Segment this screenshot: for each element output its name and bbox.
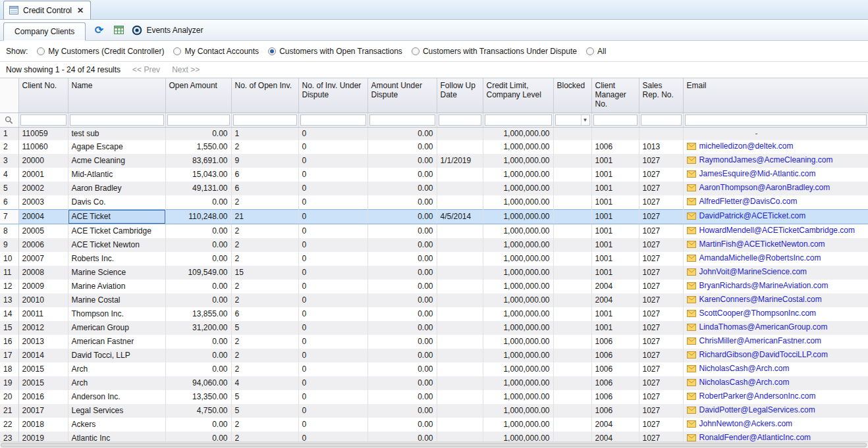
cell-blocked[interactable] [553,252,591,266]
row-number[interactable]: 12 [0,280,18,293]
cell-email[interactable]: JamesEsquire@Mid-Atlantic.com [683,168,868,182]
cell-credit_limit[interactable]: 1,000,000.00 [483,266,553,280]
events-analyzer-button[interactable]: Events Analyzer [132,25,203,36]
cell-sales_rep_no[interactable]: 1027 [639,362,683,376]
cell-follow_up_date[interactable] [437,349,483,362]
cell-client_no[interactable]: 110060 [18,140,68,154]
row-number[interactable]: 17 [0,349,18,362]
cell-client_no[interactable]: 20017 [18,404,68,418]
cell-credit_limit[interactable]: 1,000,000.00 [483,321,553,335]
cell-credit_limit[interactable]: 1,000,000.00 [483,238,553,252]
cell-name[interactable]: ACE Ticket Newton [68,238,165,252]
cell-amount_under_dispute[interactable]: 0.00 [367,280,437,293]
row-number[interactable]: 11 [0,266,18,280]
table-row[interactable]: 2220018Ackers0.00200.001,000,000.0020041… [0,418,868,432]
cell-email[interactable]: - [683,127,868,140]
table-row[interactable]: 520002Aaron Bradley49,131.00600.001,000,… [0,182,868,195]
table-row[interactable]: 1020007Roberts Inc.0.00200.001,000,000.0… [0,252,868,266]
cell-credit_limit[interactable]: 1,000,000.00 [483,127,553,140]
cell-inv_under_dispute[interactable]: 0 [298,390,367,404]
cell-credit_limit[interactable]: 1,000,000.00 [483,390,553,404]
filter-input-open_inv[interactable] [233,114,297,126]
cell-follow_up_date[interactable] [437,182,483,195]
cell-sales_rep_no[interactable]: 1027 [639,432,683,441]
cell-client_no[interactable]: 20011 [18,307,68,321]
table-row[interactable]: 1220009Marine Aviation0.00200.001,000,00… [0,280,868,293]
cell-sales_rep_no[interactable] [639,127,683,140]
radio-icon[interactable] [173,47,181,55]
cell-open_inv[interactable]: 1 [231,127,298,140]
cell-email[interactable]: HowardMendell@ACETicketCambridge.com [683,224,868,239]
horizontal-scrollbar[interactable] [0,441,868,448]
table-row[interactable]: 2110060Agape Escape1,550.00200.001,000,0… [0,140,868,154]
cell-inv_under_dispute[interactable]: 0 [298,238,367,252]
column-header-sales_rep_no[interactable]: Sales Rep. No. [639,78,683,112]
cell-follow_up_date[interactable] [437,168,483,182]
filter-input-amount_under_dispute[interactable] [369,114,435,126]
email-link[interactable]: NicholasCash@Arch.com [699,376,790,389]
tab-credit-control[interactable]: Credit Control ✕ [3,1,91,19]
cell-open_inv[interactable]: 2 [231,362,298,376]
table-row[interactable]: 1920015Arch94,060.00400.001,000,000.0010… [0,376,868,390]
cell-sales_rep_no[interactable]: 1027 [639,280,683,293]
row-number[interactable]: 23 [0,432,18,441]
scrollbar-thumb[interactable] [1,443,867,447]
cell-client_manager_no[interactable]: 1001 [591,154,639,168]
cell-credit_limit[interactable]: 1,000,000.00 [483,280,553,293]
cell-client_manager_no[interactable]: 1006 [591,140,639,154]
cell-sales_rep_no[interactable]: 1027 [639,224,683,239]
cell-sales_rep_no[interactable]: 1027 [639,390,683,404]
cell-client_manager_no[interactable]: 1001 [591,321,639,335]
cell-credit_limit[interactable]: 1,000,000.00 [483,362,553,376]
cell-name[interactable]: Ackers [68,418,165,432]
row-number[interactable]: 7 [0,210,18,224]
cell-blocked[interactable] [553,140,591,154]
cell-open_amount[interactable]: 0.00 [165,127,231,140]
email-link[interactable]: DavidPotter@LegalServices.com [699,404,815,416]
cell-open_amount[interactable]: 1,550.00 [165,140,231,154]
cell-open_amount[interactable]: 0.00 [165,362,231,376]
cell-email[interactable]: NicholasCash@Arch.com [683,362,868,376]
cell-name[interactable]: Marine Science [68,266,165,280]
cell-amount_under_dispute[interactable]: 0.00 [367,432,437,441]
email-link[interactable]: BryanRichards@MarineAviation.com [699,280,828,292]
cell-amount_under_dispute[interactable]: 0.00 [367,182,437,195]
cell-open_amount[interactable]: 0.00 [165,293,231,307]
cell-open_amount[interactable]: 15,043.00 [165,168,231,182]
cell-open_inv[interactable]: 6 [231,168,298,182]
row-number[interactable]: 5 [0,182,18,195]
cell-credit_limit[interactable]: 1,000,000.00 [483,404,553,418]
cell-blocked[interactable] [553,432,591,441]
row-number[interactable]: 1 [0,127,18,140]
cell-follow_up_date[interactable] [437,280,483,293]
cell-credit_limit[interactable]: 1,000,000.00 [483,432,553,441]
cell-client_manager_no[interactable]: 1006 [591,362,639,376]
cell-client_manager_no[interactable]: 1001 [591,195,639,210]
cell-client_no[interactable]: 20006 [18,238,68,252]
column-header-client_no[interactable]: Client No. [18,78,68,112]
table-row[interactable]: 320000Acme Cleaning83,691.00900.001/1/20… [0,154,868,168]
cell-amount_under_dispute[interactable]: 0.00 [367,418,437,432]
cell-open_amount[interactable]: 0.00 [165,335,231,349]
cell-open_inv[interactable]: 6 [231,307,298,321]
cell-sales_rep_no[interactable]: 1027 [639,252,683,266]
cell-amount_under_dispute[interactable]: 0.00 [367,168,437,182]
cell-inv_under_dispute[interactable]: 0 [298,182,367,195]
filter-input-name[interactable] [70,114,164,126]
email-link[interactable]: AlfredFletter@DavisCo.com [699,195,798,208]
cell-open_inv[interactable]: 9 [231,154,298,168]
cell-open_inv[interactable]: 2 [231,140,298,154]
cell-amount_under_dispute[interactable]: 0.00 [367,390,437,404]
cell-open_inv[interactable]: 2 [231,238,298,252]
cell-amount_under_dispute[interactable]: 0.00 [367,238,437,252]
cell-client_manager_no[interactable]: 1001 [591,182,639,195]
filter-input-follow_up_date[interactable] [439,114,481,126]
table-row[interactable]: 1820015Arch0.00200.001,000,000.001006102… [0,362,868,376]
cell-name[interactable]: Arch [68,362,165,376]
cell-amount_under_dispute[interactable]: 0.00 [367,140,437,154]
email-link[interactable]: RonaldFender@AtlanticInc.com [699,432,811,441]
cell-client_manager_no[interactable]: 1001 [591,252,639,266]
cell-credit_limit[interactable]: 1,000,000.00 [483,293,553,307]
column-header-client_manager_no[interactable]: Client Manager No. [591,78,639,112]
filter-input-client_no[interactable] [20,114,67,126]
